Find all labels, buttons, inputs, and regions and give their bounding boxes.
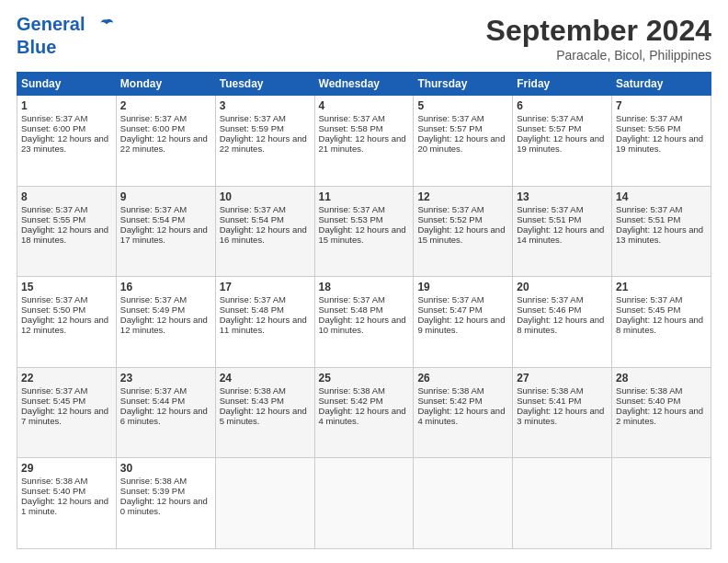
sunset-text: Sunset: 5:44 PM xyxy=(120,396,185,406)
daylight-label: Daylight: 12 hours and 5 minutes. xyxy=(220,406,307,426)
sunrise-text: Sunrise: 5:37 AM xyxy=(616,294,682,304)
table-row xyxy=(513,458,612,549)
daylight-label: Daylight: 12 hours and 6 minutes. xyxy=(120,406,208,426)
sunrise-text: Sunrise: 5:38 AM xyxy=(417,385,483,396)
daylight-label: Daylight: 12 hours and 12 minutes. xyxy=(21,315,108,335)
daylight-label: Daylight: 12 hours and 21 minutes. xyxy=(319,133,406,154)
table-row: 11Sunrise: 5:37 AMSunset: 5:53 PMDayligh… xyxy=(314,186,414,277)
sunrise-text: Sunrise: 5:37 AM xyxy=(417,204,483,214)
sunset-text: Sunset: 5:48 PM xyxy=(319,304,383,315)
sunrise-text: Sunrise: 5:37 AM xyxy=(21,113,87,123)
sunset-text: Sunset: 5:40 PM xyxy=(616,396,680,406)
table-row: 15Sunrise: 5:37 AMSunset: 5:50 PMDayligh… xyxy=(17,277,117,368)
day-number: 8 xyxy=(21,190,112,203)
table-row: 26Sunrise: 5:38 AMSunset: 5:42 PMDayligh… xyxy=(414,367,513,458)
table-row: 8Sunrise: 5:37 AMSunset: 5:55 PMDaylight… xyxy=(17,186,117,277)
col-header-wednesday: Wednesday xyxy=(314,73,414,96)
table-row xyxy=(215,458,314,549)
sunrise-text: Sunrise: 5:37 AM xyxy=(417,294,483,304)
header: General Blue September 2024 Paracale, Bi… xyxy=(17,14,711,63)
sunrise-text: Sunrise: 5:38 AM xyxy=(220,385,286,396)
table-row: 27Sunrise: 5:38 AMSunset: 5:41 PMDayligh… xyxy=(513,367,612,458)
day-number: 3 xyxy=(220,99,311,112)
day-number: 19 xyxy=(417,281,508,293)
table-row: 28Sunrise: 5:38 AMSunset: 5:40 PMDayligh… xyxy=(612,367,711,458)
table-row: 16Sunrise: 5:37 AMSunset: 5:49 PMDayligh… xyxy=(116,277,215,368)
day-number: 4 xyxy=(319,99,410,112)
table-row: 4Sunrise: 5:37 AMSunset: 5:58 PMDaylight… xyxy=(314,96,414,187)
sunset-text: Sunset: 5:57 PM xyxy=(517,123,581,133)
table-row xyxy=(414,458,513,549)
sunset-text: Sunset: 5:40 PM xyxy=(21,486,85,496)
daylight-label: Daylight: 12 hours and 1 minute. xyxy=(21,496,108,516)
sunrise-text: Sunrise: 5:38 AM xyxy=(616,385,682,396)
sunset-text: Sunset: 5:51 PM xyxy=(616,214,680,224)
sunset-text: Sunset: 5:57 PM xyxy=(417,123,482,133)
sunset-text: Sunset: 5:48 PM xyxy=(220,304,284,315)
table-row: 30Sunrise: 5:38 AMSunset: 5:39 PMDayligh… xyxy=(116,458,215,549)
col-header-thursday: Thursday xyxy=(414,73,513,96)
table-row: 1Sunrise: 5:37 AMSunset: 6:00 PMDaylight… xyxy=(17,96,117,187)
logo-bird-icon xyxy=(92,15,114,37)
col-header-saturday: Saturday xyxy=(612,73,711,96)
sunset-text: Sunset: 5:56 PM xyxy=(616,123,680,133)
sunrise-text: Sunrise: 5:37 AM xyxy=(120,113,187,123)
sunset-text: Sunset: 5:46 PM xyxy=(517,304,581,315)
sunset-text: Sunset: 5:54 PM xyxy=(220,214,284,224)
day-number: 22 xyxy=(21,372,112,385)
logo: General Blue xyxy=(17,14,114,58)
table-row: 24Sunrise: 5:38 AMSunset: 5:43 PMDayligh… xyxy=(215,367,314,458)
sunrise-text: Sunrise: 5:37 AM xyxy=(120,204,187,214)
table-row: 2Sunrise: 5:37 AMSunset: 6:00 PMDaylight… xyxy=(116,96,215,187)
page: General Blue September 2024 Paracale, Bi… xyxy=(0,0,728,563)
table-row: 13Sunrise: 5:37 AMSunset: 5:51 PMDayligh… xyxy=(513,186,612,277)
sunrise-text: Sunrise: 5:37 AM xyxy=(21,204,87,214)
table-row xyxy=(314,458,414,549)
day-number: 5 xyxy=(417,99,508,112)
day-number: 1 xyxy=(21,99,112,112)
sunrise-text: Sunrise: 5:37 AM xyxy=(616,113,682,123)
sunset-text: Sunset: 5:47 PM xyxy=(417,304,482,315)
sunset-text: Sunset: 5:41 PM xyxy=(517,396,581,406)
logo-text-blue: Blue xyxy=(17,37,114,58)
day-number: 24 xyxy=(220,372,311,385)
col-header-friday: Friday xyxy=(513,73,612,96)
table-row: 21Sunrise: 5:37 AMSunset: 5:45 PMDayligh… xyxy=(612,277,711,368)
day-number: 7 xyxy=(616,99,707,112)
sunrise-text: Sunrise: 5:37 AM xyxy=(220,294,286,304)
day-number: 18 xyxy=(319,281,410,293)
table-row: 14Sunrise: 5:37 AMSunset: 5:51 PMDayligh… xyxy=(612,186,711,277)
day-number: 20 xyxy=(517,281,608,293)
day-number: 2 xyxy=(120,99,211,112)
daylight-label: Daylight: 12 hours and 9 minutes. xyxy=(417,315,505,335)
table-row: 17Sunrise: 5:37 AMSunset: 5:48 PMDayligh… xyxy=(215,277,314,368)
day-number: 6 xyxy=(517,99,608,112)
sunrise-text: Sunrise: 5:37 AM xyxy=(417,113,483,123)
daylight-label: Daylight: 12 hours and 4 minutes. xyxy=(417,406,505,426)
daylight-label: Daylight: 12 hours and 3 minutes. xyxy=(517,406,604,426)
table-row: 7Sunrise: 5:37 AMSunset: 5:56 PMDaylight… xyxy=(612,96,711,187)
sunrise-text: Sunrise: 5:37 AM xyxy=(517,204,583,214)
day-number: 15 xyxy=(21,281,112,293)
daylight-label: Daylight: 12 hours and 20 minutes. xyxy=(417,133,505,154)
day-number: 28 xyxy=(616,372,707,385)
table-row: 23Sunrise: 5:37 AMSunset: 5:44 PMDayligh… xyxy=(116,367,215,458)
table-row xyxy=(612,458,711,549)
table-row: 3Sunrise: 5:37 AMSunset: 5:59 PMDaylight… xyxy=(215,96,314,187)
sunrise-text: Sunrise: 5:37 AM xyxy=(21,385,87,396)
day-number: 11 xyxy=(319,190,410,203)
month-title: September 2024 xyxy=(486,14,711,48)
daylight-label: Daylight: 12 hours and 18 minutes. xyxy=(21,224,108,245)
daylight-label: Daylight: 12 hours and 4 minutes. xyxy=(319,406,406,426)
sunset-text: Sunset: 5:55 PM xyxy=(21,214,85,224)
day-number: 23 xyxy=(120,372,211,385)
daylight-label: Daylight: 12 hours and 8 minutes. xyxy=(517,315,604,335)
location: Paracale, Bicol, Philippines xyxy=(486,48,711,63)
sunset-text: Sunset: 5:50 PM xyxy=(21,304,85,315)
daylight-label: Daylight: 12 hours and 16 minutes. xyxy=(220,224,307,245)
col-header-tuesday: Tuesday xyxy=(215,73,314,96)
table-row: 6Sunrise: 5:37 AMSunset: 5:57 PMDaylight… xyxy=(513,96,612,187)
sunset-text: Sunset: 5:43 PM xyxy=(220,396,284,406)
table-row: 5Sunrise: 5:37 AMSunset: 5:57 PMDaylight… xyxy=(414,96,513,187)
daylight-label: Daylight: 12 hours and 13 minutes. xyxy=(616,224,703,245)
